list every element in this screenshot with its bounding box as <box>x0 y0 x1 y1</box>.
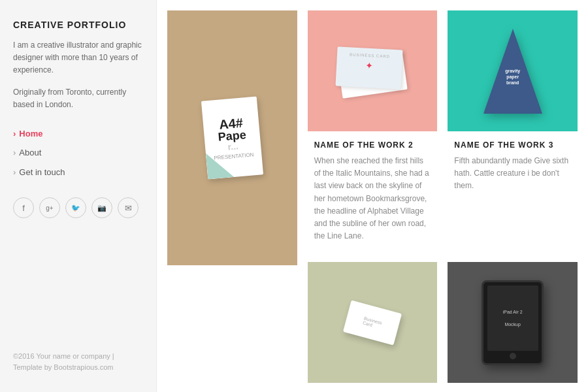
portfolio-card-4[interactable]: BusinessCard <box>308 262 438 383</box>
email-icon[interactable]: ✉ <box>118 197 139 218</box>
biz-card-stack: BUSINESS CARD ✦ <box>336 48 408 94</box>
card-body-2: NAME OF THE WORK 2 When she reached the … <box>308 131 438 252</box>
portfolio-card-3[interactable]: gravitypaperbrand NAME OF THE WORK 3 Fif… <box>448 10 578 252</box>
nav-home[interactable]: Home <box>13 124 143 143</box>
biz-card-front: BUSINESS CARD ✦ <box>335 46 402 89</box>
dark-image: iPad Air 2Mockup <box>448 262 578 383</box>
olive-image: BusinessCard <box>308 262 438 383</box>
main-nav: Home About Get in touch <box>13 124 143 182</box>
main-content: A4# Pape r... PRESENTATION BUSINESS CARD <box>157 0 588 392</box>
instagram-icon[interactable]: 📷 <box>91 197 112 218</box>
site-title: CREATIVE PORTFOLIO <box>13 20 143 30</box>
ipad-mockup: iPad Air 2Mockup <box>482 280 544 365</box>
card-body-3: NAME OF THE WORK 3 Fifth abundantly made… <box>448 131 578 202</box>
google-plus-icon[interactable]: g+ <box>39 197 60 218</box>
portfolio-card-5[interactable]: iPad Air 2Mockup <box>448 262 578 383</box>
bio-text: I am a creative illustrator and graphic … <box>13 39 143 77</box>
card-title-3: NAME OF THE WORK 3 <box>454 140 571 150</box>
ipad-home-button <box>510 353 516 359</box>
portfolio-card-1[interactable]: A4# Pape r... PRESENTATION <box>167 10 297 383</box>
teal-image: gravitypaperbrand <box>448 10 578 131</box>
paper-mockup: A4# Pape r... PRESENTATION <box>201 97 263 180</box>
biz-card-logo: ✦ <box>336 58 402 72</box>
sidebar: CREATIVE PORTFOLIO I am a creative illus… <box>0 0 157 392</box>
footer-text: ©2016 Your name or company | Template by… <box>13 351 143 372</box>
paper-text-large3: r... <box>227 141 239 151</box>
card-title-2: NAME OF THE WORK 2 <box>314 140 431 150</box>
nav-contact[interactable]: Get in touch <box>13 163 143 182</box>
nav-about[interactable]: About <box>13 143 143 162</box>
paper-image: A4# Pape r... PRESENTATION <box>167 10 297 265</box>
triangle-container: gravitypaperbrand <box>483 29 542 114</box>
ipad-screen: iPad Air 2Mockup <box>487 286 538 351</box>
biz-card-label: BUSINESS CARD <box>337 46 403 59</box>
triangle-text: gravitypaperbrand <box>493 68 532 86</box>
facebook-icon[interactable]: f <box>13 197 34 218</box>
card-text-3: Fifth abundantly made Give sixth hath. C… <box>454 155 571 193</box>
paper-text-presentation: PRESENTATION <box>214 152 254 161</box>
triangle-package: gravitypaperbrand <box>483 29 542 114</box>
social-icons: f g+ 🐦 📷 ✉ <box>13 197 143 218</box>
twitter-icon[interactable]: 🐦 <box>65 197 86 218</box>
location-text: Originally from Toronto, currently based… <box>13 86 143 111</box>
card-text-2: When she reached the first hills of the … <box>314 155 431 242</box>
portfolio-card-2[interactable]: BUSINESS CARD ✦ NAME OF THE WORK 2 When … <box>308 10 438 252</box>
float-card: BusinessCard <box>343 300 402 345</box>
ipad-label: iPad Air 2Mockup <box>503 309 523 328</box>
portfolio-grid: A4# Pape r... PRESENTATION BUSINESS CARD <box>167 10 578 392</box>
pink-image: BUSINESS CARD ✦ <box>308 10 438 131</box>
float-card-text: BusinessCard <box>362 316 382 329</box>
